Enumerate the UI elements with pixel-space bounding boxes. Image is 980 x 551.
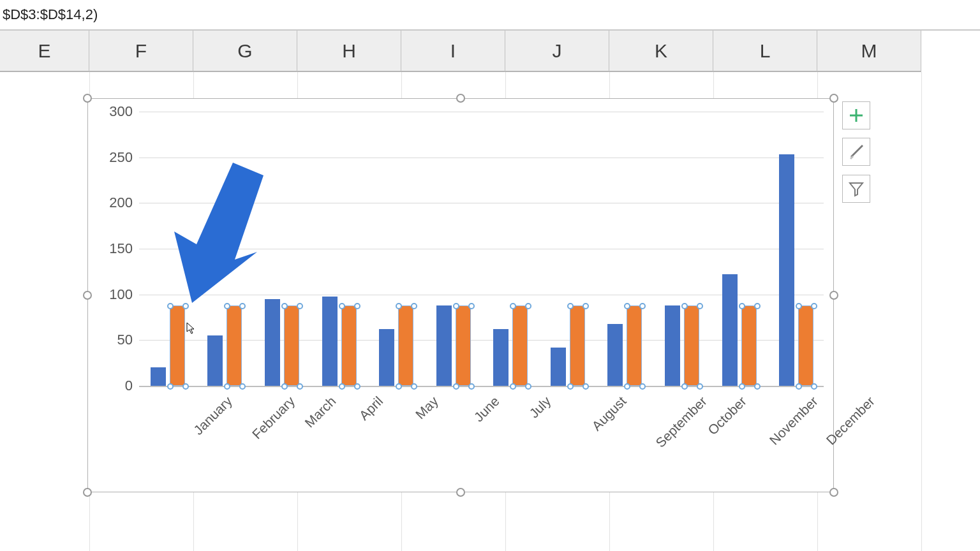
bar-series1[interactable] [379, 329, 394, 386]
column-header-K[interactable]: K [609, 31, 713, 72]
data-point-handle[interactable] [754, 303, 761, 309]
bar-series1[interactable] [493, 329, 509, 386]
data-point-handle[interactable] [811, 383, 817, 390]
data-point-handle[interactable] [681, 303, 688, 309]
data-point-handle[interactable] [281, 383, 288, 390]
bar-series1[interactable] [436, 305, 452, 386]
bar-series1[interactable] [779, 154, 794, 386]
bar-series2[interactable] [226, 305, 242, 386]
chart-object[interactable]: 050100150200250300 JanuaryFebruaryMarchA… [87, 98, 834, 492]
bar-series2[interactable] [741, 305, 757, 386]
data-point-handle[interactable] [411, 303, 417, 309]
data-point-handle[interactable] [739, 383, 745, 390]
data-point-handle[interactable] [396, 383, 402, 390]
bar-series2[interactable] [284, 305, 299, 386]
bar-series2[interactable] [341, 305, 357, 386]
bar-series1[interactable] [722, 274, 738, 386]
column-header-E[interactable]: E [0, 31, 89, 72]
bar-series2[interactable] [456, 305, 471, 386]
data-point-handle[interactable] [510, 303, 516, 309]
column-header-G[interactable]: G [193, 31, 297, 72]
data-point-handle[interactable] [796, 383, 802, 390]
y-tick-label: 300 [88, 103, 133, 120]
data-point-handle[interactable] [624, 383, 630, 390]
data-point-handle[interactable] [510, 383, 516, 390]
gridline [139, 203, 824, 203]
column-header-M[interactable]: M [817, 31, 921, 72]
data-point-handle[interactable] [639, 383, 646, 390]
data-point-handle[interactable] [583, 383, 589, 390]
data-point-handle[interactable] [567, 383, 574, 390]
chart-selection-handle[interactable] [83, 94, 92, 103]
bar-series2[interactable] [684, 305, 699, 386]
chart-selection-handle[interactable] [83, 291, 92, 300]
bar-series2[interactable] [627, 305, 642, 386]
bar-series1[interactable] [322, 297, 338, 386]
bar-series2[interactable] [512, 305, 528, 386]
chart-filters-button[interactable] [842, 175, 870, 203]
chart-styles-button[interactable] [842, 138, 870, 166]
bar-series2[interactable] [798, 305, 813, 386]
data-point-handle[interactable] [354, 383, 360, 390]
data-point-handle[interactable] [297, 383, 303, 390]
data-point-handle[interactable] [697, 303, 703, 309]
data-point-handle[interactable] [239, 383, 246, 390]
chart-selection-handle[interactable] [456, 94, 465, 103]
column-header-H[interactable]: H [297, 31, 401, 72]
data-point-handle[interactable] [411, 383, 417, 390]
data-point-handle[interactable] [739, 303, 745, 309]
data-point-handle[interactable] [525, 383, 531, 390]
data-point-handle[interactable] [681, 383, 688, 390]
formula-bar[interactable]: $D$3:$D$14,2) [0, 0, 980, 31]
data-point-handle[interactable] [281, 303, 288, 309]
bar-series2[interactable] [398, 305, 413, 386]
data-point-handle[interactable] [297, 303, 303, 309]
bar-series2[interactable] [570, 305, 585, 386]
chart-selection-handle[interactable] [83, 488, 92, 497]
data-point-handle[interactable] [453, 303, 459, 309]
data-point-handle[interactable] [468, 383, 475, 390]
plot-area[interactable]: 050100150200250300 [139, 112, 824, 386]
data-point-handle[interactable] [182, 383, 189, 390]
data-point-handle[interactable] [583, 303, 589, 309]
data-point-handle[interactable] [224, 383, 230, 390]
data-point-handle[interactable] [697, 383, 703, 390]
data-point-handle[interactable] [339, 303, 345, 309]
x-tick-label: July [526, 393, 554, 421]
data-point-handle[interactable] [167, 383, 174, 390]
chart-selection-handle[interactable] [456, 488, 465, 497]
bar-series1[interactable] [607, 324, 623, 386]
data-point-handle[interactable] [567, 303, 574, 309]
bar-series1[interactable] [665, 305, 680, 386]
data-point-handle[interactable] [167, 303, 174, 309]
data-point-handle[interactable] [182, 303, 189, 309]
column-header-J[interactable]: J [505, 31, 609, 72]
x-axis-labels: JanuaryFebruaryMarchAprilMayJuneJulyAugu… [139, 393, 824, 470]
data-point-handle[interactable] [754, 383, 761, 390]
chart-selection-handle[interactable] [829, 94, 838, 103]
chart-selection-handle[interactable] [829, 291, 838, 300]
data-point-handle[interactable] [796, 303, 802, 309]
column-header-F[interactable]: F [89, 31, 193, 72]
data-point-handle[interactable] [224, 303, 230, 309]
data-point-handle[interactable] [624, 303, 630, 309]
bar-series1[interactable] [151, 367, 166, 386]
bar-series1[interactable] [551, 348, 566, 386]
data-point-handle[interactable] [453, 383, 459, 390]
data-point-handle[interactable] [639, 303, 646, 309]
data-point-handle[interactable] [525, 303, 531, 309]
data-point-handle[interactable] [811, 303, 817, 309]
data-point-handle[interactable] [468, 303, 475, 309]
bar-series2[interactable] [170, 305, 185, 386]
data-point-handle[interactable] [354, 303, 360, 309]
bar-series1[interactable] [207, 335, 223, 386]
data-point-handle[interactable] [396, 303, 402, 309]
column-header-L[interactable]: L [713, 31, 817, 72]
x-tick-label: June [471, 393, 502, 425]
column-header-I[interactable]: I [401, 31, 505, 72]
bar-series1[interactable] [265, 299, 280, 386]
chart-elements-button[interactable] [842, 101, 870, 129]
data-point-handle[interactable] [239, 303, 246, 309]
data-point-handle[interactable] [339, 383, 345, 390]
chart-selection-handle[interactable] [829, 488, 838, 497]
